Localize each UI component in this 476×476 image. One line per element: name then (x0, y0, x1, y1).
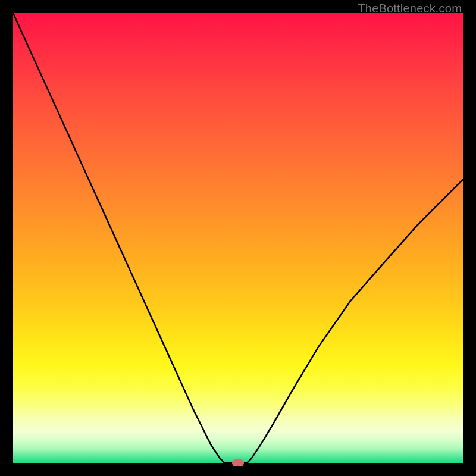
chart-frame: TheBottleneck.com (0, 0, 476, 476)
plot-area (13, 13, 463, 463)
optimum-marker (232, 459, 244, 466)
bottleneck-curve (13, 13, 463, 463)
